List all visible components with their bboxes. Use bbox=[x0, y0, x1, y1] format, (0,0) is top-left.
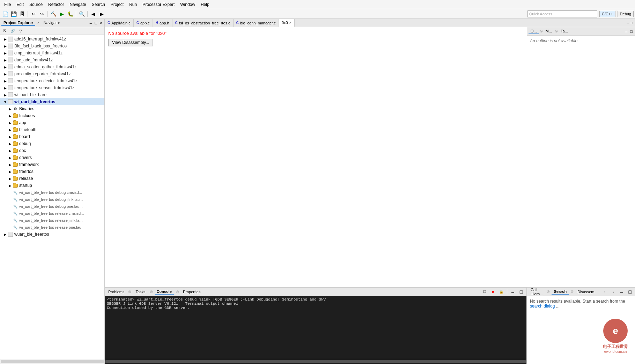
maximize-editor-button[interactable]: □ bbox=[630, 21, 634, 25]
tree-toggle-debug-folder[interactable]: ▶ bbox=[8, 142, 13, 146]
menu-item-run[interactable]: Run bbox=[126, 1, 140, 8]
debug-button[interactable]: 🐛 bbox=[66, 10, 74, 18]
tree-toggle-temp-sensor[interactable]: ▶ bbox=[3, 86, 8, 90]
tree-item-binaries[interactable]: ▶ ⚙ Binaries bbox=[0, 105, 104, 112]
menu-item-source[interactable]: Source bbox=[27, 1, 45, 8]
undo-button[interactable]: ↩ bbox=[30, 10, 37, 18]
tree-toggle-proximity[interactable]: ▶ bbox=[3, 72, 8, 76]
search-dialog-link[interactable]: search dialog bbox=[530, 304, 555, 309]
console-horizontal-scrollbar[interactable] bbox=[105, 359, 526, 364]
tree-toggle-adc16[interactable]: ▶ bbox=[3, 37, 8, 41]
link-with-editor-button[interactable]: 🔗 bbox=[9, 27, 16, 35]
prev-button[interactable]: ◀ bbox=[89, 10, 97, 18]
search-maximize-button[interactable]: □ bbox=[626, 288, 634, 296]
tree-item-launch-release-pne[interactable]: 🔧 wi_uart_ble_freertos release pne.lau..… bbox=[0, 224, 104, 231]
minimize-outline-button[interactable]: – bbox=[624, 29, 628, 34]
tree-item-debug-folder[interactable]: ▶ debug bbox=[0, 140, 104, 147]
tree-item-board[interactable]: ▶ board bbox=[0, 133, 104, 140]
tab-appc[interactable]: C app.c bbox=[134, 19, 153, 27]
perspective-debug-button[interactable]: Debug bbox=[618, 11, 634, 17]
console-tab-console[interactable]: Console bbox=[155, 289, 174, 295]
tree-item-wi-uart-freertos[interactable]: ▼ wi_uart_ble_freertos bbox=[0, 98, 104, 105]
tree-item-freertos[interactable]: ▶ freertos bbox=[0, 168, 104, 175]
tree-toggle-wuart[interactable]: ▶ bbox=[3, 233, 8, 236]
tab-fsl-os[interactable]: C fsl_os_abstraction_free_rtos.c bbox=[172, 19, 234, 27]
tree-item-launch-debug-cmsis[interactable]: 🔧 wi_uart_ble_freertos debug cmsisd... bbox=[0, 189, 104, 196]
tab-apph[interactable]: H app.h bbox=[153, 19, 172, 27]
save-button[interactable]: 💾 bbox=[10, 10, 17, 18]
tree-item-adc16[interactable]: ▶ adc16_interrupt_frdmkw41z bbox=[0, 36, 104, 43]
tree-item-bluetooth[interactable]: ▶ bluetooth bbox=[0, 126, 104, 133]
redo-button[interactable]: ↪ bbox=[38, 10, 46, 18]
collapse-all-button[interactable]: ⇱ bbox=[1, 27, 8, 35]
menu-item-search[interactable]: Search bbox=[89, 1, 108, 8]
run-button[interactable]: ▶ bbox=[58, 10, 66, 18]
menu-item-window[interactable]: Window bbox=[177, 1, 198, 8]
menu-item-project[interactable]: Project bbox=[108, 1, 126, 8]
tree-item-launch-debug-pne[interactable]: 🔧 wi_uart_ble_freertos debug pne.lau... bbox=[0, 203, 104, 210]
tree-item-cmp[interactable]: ▶ cmp_interrupt_frdmkw41z bbox=[0, 50, 104, 56]
console-tab-problems[interactable]: Problems bbox=[106, 289, 126, 294]
tree-toggle-framework[interactable]: ▶ bbox=[8, 163, 13, 167]
tree-item-app[interactable]: ▶ app bbox=[0, 119, 104, 126]
tree-item-release[interactable]: ▶ release bbox=[0, 175, 104, 182]
view-disassembly-button[interactable]: View Disassembly... bbox=[108, 39, 153, 46]
search-minimize-button[interactable]: – bbox=[618, 288, 626, 296]
build-button[interactable]: 🔨 bbox=[50, 10, 57, 18]
tree-toggle-wi-uart-bare[interactable]: ▶ bbox=[3, 93, 8, 97]
menu-item-navigate[interactable]: Navigate bbox=[67, 1, 89, 8]
tree-item-temp-sensor[interactable]: ▶ temperature_sensor_frdmkw41z bbox=[0, 84, 104, 91]
menu-item-edit[interactable]: Edit bbox=[14, 1, 27, 8]
tree-item-edma[interactable]: ▶ edma_scatter_gather_frdmkw41z bbox=[0, 63, 104, 70]
minimize-editor-button[interactable]: – bbox=[626, 21, 629, 25]
search-tab-disassembly[interactable]: Disassem... bbox=[575, 289, 599, 294]
perspective-cpp-button[interactable]: C/C++ bbox=[599, 11, 615, 17]
tree-toggle-includes[interactable]: ▶ bbox=[8, 114, 13, 118]
tree-horizontal-scrollbar[interactable] bbox=[0, 359, 104, 364]
quick-access-box[interactable]: Quick Access bbox=[527, 10, 597, 17]
save-all-button[interactable]: 🗄 bbox=[18, 10, 26, 18]
outline-tab-o[interactable]: O... bbox=[529, 29, 539, 34]
tree-item-temp-collector[interactable]: ▶ temperature_collector_frdmkw41z bbox=[0, 77, 104, 84]
tree-item-wuart[interactable]: ▶ wuart_ble_freertos bbox=[0, 231, 104, 238]
tab-navigator[interactable]: Navigator bbox=[42, 20, 62, 26]
tree-toggle-ble-fsci[interactable]: ▶ bbox=[3, 44, 8, 48]
console-tab-properties[interactable]: Properties bbox=[181, 289, 202, 294]
tree-item-launch-debug-jlink[interactable]: 🔧 wi_uart_ble_freertos debug jlink.lau..… bbox=[0, 196, 104, 203]
tree-toggle-release[interactable]: ▶ bbox=[8, 177, 13, 181]
search-prev-button[interactable]: ↑ bbox=[601, 288, 609, 296]
menu-item-refactor[interactable]: Refactor bbox=[45, 1, 67, 8]
menu-item-processor-expert[interactable]: Processor Expert bbox=[140, 1, 177, 8]
tree-toggle-doc[interactable]: ▶ bbox=[8, 149, 13, 153]
minimize-panel-button[interactable]: – bbox=[89, 21, 93, 25]
close-tab-0x0-button[interactable]: × bbox=[289, 21, 291, 25]
tab-applmain[interactable]: C ApplMain.c bbox=[105, 19, 134, 27]
menu-item-file[interactable]: File bbox=[1, 1, 14, 8]
console-terminate-button[interactable]: ■ bbox=[489, 288, 497, 296]
tree-toggle-wi-uart-freertos[interactable]: ▼ bbox=[3, 100, 8, 104]
tree-toggle-startup[interactable]: ▶ bbox=[8, 184, 13, 188]
tree-toggle-bluetooth[interactable]: ▶ bbox=[8, 128, 13, 132]
tree-toggle-drivers[interactable]: ▶ bbox=[8, 156, 13, 160]
console-minimize-button[interactable]: – bbox=[509, 288, 517, 296]
console-tab-tasks[interactable]: Tasks bbox=[133, 289, 147, 294]
tree-toggle-board[interactable]: ▶ bbox=[8, 135, 13, 139]
tree-item-proximity[interactable]: ▶ proximity_reporter_frdmkw41z bbox=[0, 70, 104, 77]
tab-ble-conn[interactable]: C ble_conn_manager.c bbox=[234, 19, 279, 27]
tree-item-wi-uart-bare[interactable]: ▶ wi_uart_ble_bare bbox=[0, 91, 104, 98]
outline-tab-ta[interactable]: Ta... bbox=[559, 29, 570, 34]
tree-item-drivers[interactable]: ▶ drivers bbox=[0, 154, 104, 161]
console-scroll-lock-button[interactable]: 🔒 bbox=[497, 288, 505, 296]
tree-toggle-app[interactable]: ▶ bbox=[8, 121, 13, 125]
tree-toggle-freertos[interactable]: ▶ bbox=[8, 170, 13, 174]
tree-item-ble-fsci[interactable]: ▶ Ble_fsci_black_box_freertos bbox=[0, 43, 104, 50]
tab-project-explorer[interactable]: Project Explorer bbox=[1, 20, 35, 26]
tree-item-dac[interactable]: ▶ dac_adc_frdmkw41z bbox=[0, 56, 104, 63]
tree-filter-button[interactable]: ▽ bbox=[17, 27, 24, 35]
search-tab-call-hierarchy[interactable]: Call Hiera... bbox=[529, 287, 545, 296]
console-clear-button[interactable]: ☐ bbox=[481, 288, 488, 296]
maximize-outline-button[interactable]: □ bbox=[629, 29, 634, 34]
tree-item-launch-release-jlink[interactable]: 🔧 wi_uart_ble_freertos release jlink.la.… bbox=[0, 217, 104, 224]
new-button[interactable]: 📄 bbox=[1, 10, 9, 18]
tree-item-startup[interactable]: ▶ startup bbox=[0, 182, 104, 189]
